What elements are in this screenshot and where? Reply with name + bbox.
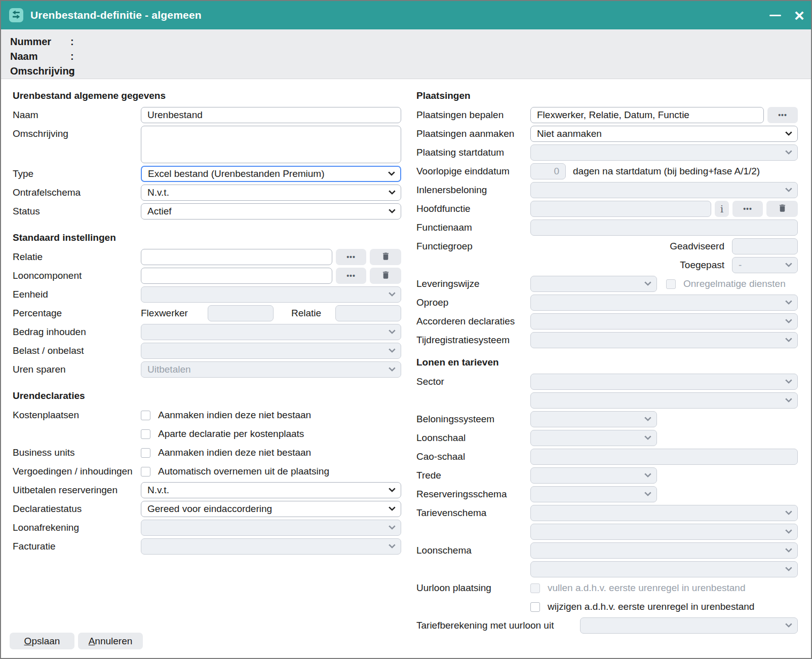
declaratiestatus-select-value: Gereed voor eindaccordering <box>147 503 272 515</box>
functiegroep-field-label: Functiegroep <box>416 241 530 252</box>
chevron-down-icon <box>389 504 396 511</box>
plaatsingen-bepalen-lookup-button[interactable]: ••• <box>767 107 798 123</box>
row-functiegroep-geadviseerd: Functiegroep Geadviseerd <box>416 238 798 254</box>
row-trede: Trede <box>416 467 798 484</box>
ellipsis-icon: ••• <box>346 272 356 280</box>
footer-buttons: Opslaan Annuleren <box>10 633 143 649</box>
row-uurloon-plaatsing-2: wijzigen a.d.h.v. eerste urenregel in ur… <box>416 599 798 615</box>
chevron-down-icon <box>389 485 396 492</box>
annuleren-button[interactable]: Annuleren <box>78 633 143 649</box>
facturatie-select <box>141 538 401 555</box>
section-title-algemene-gegevens: Urenbestand algemene gegevens <box>13 90 401 101</box>
info-icon: i <box>720 203 723 214</box>
window-title: Urenbestand-definitie - algemeen <box>30 9 766 21</box>
chevron-down-icon <box>785 508 792 515</box>
plaatsingen-bepalen-input[interactable] <box>530 107 764 123</box>
belast-onbelast-select <box>141 343 401 359</box>
hoofdfunctie-lookup-button[interactable]: ••• <box>732 201 763 217</box>
kostenplaatsen-aanmaken-checkbox[interactable] <box>141 411 150 420</box>
row-tarievenschema-2 <box>416 524 798 540</box>
row-looncomponent: Looncomponent ••• <box>13 268 401 284</box>
business-units-aanmaken-checkbox-label: Aanmaken indien deze niet bestaan <box>158 447 311 458</box>
record-header: Nummer : Naam : Omschrijving : <box>1 29 811 79</box>
chevron-down-icon <box>785 545 792 553</box>
omschrijving-textarea[interactable] <box>141 126 401 163</box>
plaatsingen-bepalen-field-label: Plaatsingen bepalen <box>416 109 530 121</box>
minimize-button[interactable] <box>766 6 784 24</box>
uitbetalen-reserveringen-select[interactable]: N.v.t. <box>141 482 401 498</box>
relatie-clear-button[interactable] <box>370 249 401 265</box>
omschrijving-colon: : <box>70 64 74 79</box>
hoofdfunctie-clear-button[interactable] <box>766 201 798 217</box>
sector-secondary-select <box>530 392 798 409</box>
cao-schaal-input <box>530 449 798 465</box>
facturatie-field-label: Facturatie <box>13 541 141 552</box>
business-units-aanmaken-checkbox[interactable] <box>141 448 150 458</box>
looncomponent-lookup-button[interactable]: ••• <box>336 268 366 284</box>
chevron-down-icon <box>389 206 396 213</box>
tarievenschema-secondary-select <box>530 524 798 540</box>
eenheid-field-label: Eenheid <box>13 289 141 300</box>
tijdregistratiesysteem-select <box>530 332 798 348</box>
row-vergoedingen: Vergoedingen / inhoudingen Automatisch o… <box>13 463 401 480</box>
row-sector-1: Sector <box>416 374 798 390</box>
swap-arrows-app-icon <box>9 8 24 23</box>
declaratiestatus-field-label: Declaratiestatus <box>13 503 141 515</box>
loonschaal-field-label: Loonschaal <box>416 432 530 444</box>
ontrafelschema-select[interactable]: N.v.t. <box>141 185 401 201</box>
row-percentage: Percentage Flexwerker Relatie <box>13 305 401 321</box>
omschrijving-label: Omschrijving <box>10 64 70 79</box>
oproep-field-label: Oproep <box>416 297 530 308</box>
plaatsingen-aanmaken-field-label: Plaatsingen aanmaken <box>416 128 530 139</box>
tariefberekening-field-label: Tariefberekening met uurloon uit <box>416 620 580 631</box>
row-plaatsingen-bepalen: Plaatsingen bepalen ••• <box>416 107 798 123</box>
row-functiegroep-toegepast: Toegepast - <box>416 257 798 273</box>
type-select[interactable]: Excel bestand (Urenbestanden Premium) <box>141 166 401 182</box>
uurloon-vullen-checkbox-label: vullen a.d.h.v. eerste urenregel in uren… <box>548 582 745 594</box>
row-kostenplaatsen-1: Kostenplaatsen Aanmaken indien deze niet… <box>13 407 401 423</box>
row-uitbetalen-reserveringen: Uitbetalen reserveringen N.v.t. <box>13 482 401 498</box>
looncomponent-clear-button[interactable] <box>370 268 401 284</box>
tijdregistratiesysteem-field-label: Tijdregistratiesysteem <box>416 335 530 346</box>
header-row-omschrijving: Omschrijving : <box>10 64 802 79</box>
chevron-down-icon <box>785 527 792 534</box>
row-ontrafelschema: Ontrafelschema N.v.t. <box>13 185 401 201</box>
loonafrekening-select <box>141 520 401 536</box>
relatie-input[interactable] <box>141 249 332 265</box>
row-type: Type Excel bestand (Urenbestanden Premiu… <box>13 166 401 182</box>
chevron-down-icon <box>785 298 792 305</box>
looncomponent-input[interactable] <box>141 268 332 284</box>
chevron-down-icon <box>389 188 396 195</box>
declaratiestatus-select[interactable]: Gereed voor eindaccordering <box>141 501 401 517</box>
chevron-down-icon <box>785 395 792 402</box>
row-business-units: Business units Aanmaken indien deze niet… <box>13 445 401 461</box>
plaatsing-startdatum-select <box>530 144 798 161</box>
annuleren-button-label: Annuleren <box>89 636 133 647</box>
hoofdfunctie-info-button[interactable]: i <box>715 201 729 217</box>
naam-input[interactable] <box>141 107 401 123</box>
percentage-relatie-label: Relatie <box>291 308 335 319</box>
opslaan-button[interactable]: Opslaan <box>10 633 74 649</box>
leveringswijze-select <box>530 276 657 292</box>
trash-icon <box>778 203 787 215</box>
reserveringsschema-field-label: Reserveringsschema <box>416 489 530 500</box>
header-row-nummer: Nummer : <box>10 34 802 49</box>
status-select[interactable]: Actief <box>141 203 401 219</box>
relatie-lookup-button[interactable]: ••• <box>336 249 366 265</box>
nummer-colon: : <box>70 34 74 49</box>
loonschaal-select <box>530 430 657 446</box>
row-functienaam: Functienaam <box>416 219 798 236</box>
vergoedingen-overnemen-checkbox-label: Automatisch overnemen uit de plaatsing <box>158 466 329 477</box>
left-column: Urenbestand algemene gegevens Naam Omsch… <box>13 86 401 658</box>
vergoedingen-overnemen-checkbox[interactable] <box>141 467 150 477</box>
voorlopige-einddatum-input <box>530 163 566 179</box>
row-relatie: Relatie ••• <box>13 249 401 265</box>
uurloon-wijzigen-checkbox[interactable] <box>530 602 540 612</box>
plaatsingen-aanmaken-select[interactable]: Niet aanmaken <box>530 126 798 142</box>
aparte-declaratie-checkbox[interactable] <box>141 429 150 439</box>
inlenersbeloning-select <box>530 182 798 198</box>
chevron-down-icon <box>389 523 396 530</box>
row-accorderen-declaraties: Accorderen declaraties <box>416 313 798 330</box>
close-button[interactable]: × <box>784 6 801 24</box>
chevron-down-icon <box>785 260 792 267</box>
